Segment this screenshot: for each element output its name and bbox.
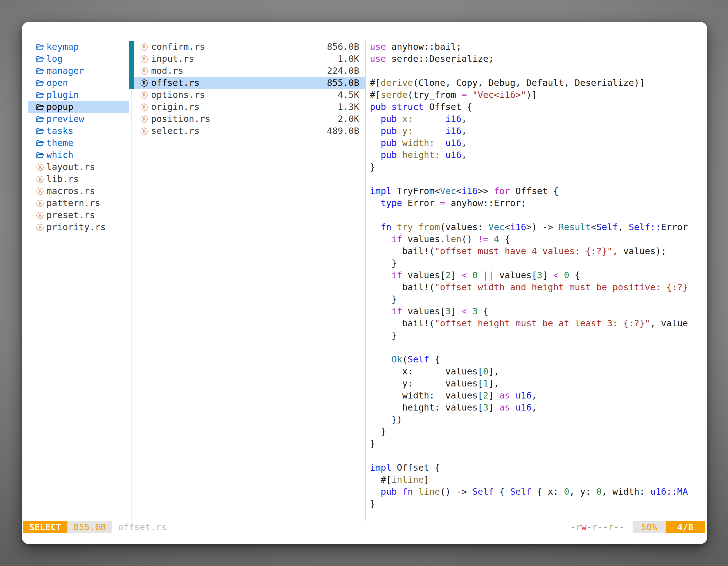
file-row-confirm.rs[interactable]: Rconfirm.rs856.0B bbox=[134, 41, 365, 53]
sidebar-item-tasks[interactable]: tasks bbox=[28, 125, 129, 137]
code-token bbox=[370, 114, 381, 124]
folder-icon bbox=[36, 67, 44, 75]
code-token: Self bbox=[596, 222, 618, 233]
code-line: } bbox=[370, 257, 707, 269]
code-token: } bbox=[370, 162, 375, 172]
sidebar-item-preview[interactable]: preview bbox=[28, 113, 129, 125]
code-token: serde::Deserialize; bbox=[386, 53, 494, 64]
svg-text:R: R bbox=[38, 213, 42, 218]
file-row-origin.rs[interactable]: Rorigin.rs1.3K bbox=[134, 101, 365, 113]
file-row-select.rs[interactable]: Rselect.rs489.0B bbox=[134, 125, 365, 137]
code-token: ( bbox=[402, 354, 408, 365]
filelist-scrollbar[interactable] bbox=[129, 41, 134, 89]
rust-icon: R bbox=[140, 79, 148, 87]
code-token: u16 bbox=[445, 150, 462, 160]
code-line: height: values[3] as u16, bbox=[370, 401, 707, 414]
code-token: < bbox=[505, 222, 510, 233]
code-token: , bbox=[618, 222, 629, 233]
code-token: u16::MA bbox=[650, 486, 688, 497]
code-token: 3 bbox=[445, 306, 451, 316]
code-token: , y: bbox=[569, 486, 596, 497]
code-token bbox=[478, 270, 483, 281]
code-line: pub x: i16, bbox=[370, 113, 707, 125]
rust-icon: R bbox=[140, 103, 148, 111]
permission-token: - bbox=[570, 522, 576, 532]
code-token: >) -> bbox=[526, 222, 559, 233]
svg-text:R: R bbox=[142, 81, 146, 85]
code-line: if values[3] < 3 { bbox=[370, 305, 707, 317]
sidebar-item-plugin[interactable]: plugin bbox=[28, 89, 129, 101]
current-directory-pane: Rconfirm.rs856.0BRinput.rs1.0KRmod.rs224… bbox=[134, 41, 365, 137]
code-line: } bbox=[370, 329, 707, 341]
code-token: values[ bbox=[494, 270, 537, 281]
file-name: mod.rs bbox=[151, 65, 184, 77]
code-token: } bbox=[370, 294, 397, 304]
sidebar-item-theme[interactable]: theme bbox=[28, 137, 129, 149]
code-token: Self bbox=[472, 486, 494, 497]
code-token: }) bbox=[370, 414, 402, 425]
sidebar-item-log[interactable]: log bbox=[28, 53, 129, 65]
file-manager-window: keymaplogmanageropenpluginpopuppreviewta… bbox=[22, 22, 707, 544]
svg-text:R: R bbox=[38, 201, 42, 206]
status-filename: offset.rs bbox=[118, 521, 166, 533]
code-token bbox=[467, 306, 472, 316]
sidebar-item-priority.rs[interactable]: Rpriority.rs bbox=[28, 221, 129, 233]
code-token bbox=[397, 138, 402, 148]
code-token: , bbox=[462, 114, 467, 124]
code-line: bail!("offset must have 4 values: {:?}",… bbox=[370, 245, 707, 257]
sidebar-item-manager[interactable]: manager bbox=[28, 65, 129, 77]
code-token: len bbox=[445, 234, 462, 245]
sidebar-item-lib.rs[interactable]: Rlib.rs bbox=[28, 173, 129, 185]
file-row-position.rs[interactable]: Rposition.rs2.0K bbox=[134, 113, 365, 125]
sidebar-item-preset.rs[interactable]: Rpreset.rs bbox=[28, 209, 129, 221]
code-line bbox=[370, 65, 707, 77]
code-token bbox=[370, 138, 381, 148]
code-token: Offset { bbox=[424, 102, 472, 112]
code-token bbox=[397, 150, 402, 160]
sidebar-item-macros.rs[interactable]: Rmacros.rs bbox=[28, 185, 129, 197]
file-row-options.rs[interactable]: Roptions.rs4.5K bbox=[134, 89, 365, 101]
code-token bbox=[370, 234, 391, 245]
code-token: line bbox=[418, 486, 440, 497]
file-row-offset.rs[interactable]: Roffset.rs855.0B bbox=[134, 77, 365, 89]
code-token: height: bbox=[402, 150, 440, 160]
folder-icon bbox=[36, 79, 44, 87]
code-token: u16 bbox=[515, 402, 532, 413]
sidebar-item-pattern.rs[interactable]: Rpattern.rs bbox=[28, 197, 129, 209]
code-token bbox=[370, 354, 391, 365]
code-token: i16 bbox=[445, 114, 462, 124]
code-token: pub bbox=[381, 150, 397, 160]
code-line: type Error = anyhow::Error; bbox=[370, 197, 707, 209]
folder-icon bbox=[36, 55, 44, 63]
svg-text:R: R bbox=[142, 69, 146, 73]
code-token: Offset { bbox=[391, 462, 440, 473]
code-token: #[ bbox=[370, 90, 381, 100]
file-name: origin.rs bbox=[151, 101, 199, 113]
code-token: u16 bbox=[515, 390, 532, 401]
code-token: Offset { bbox=[510, 186, 558, 196]
code-token: #[ bbox=[370, 474, 391, 485]
sidebar-item-layout.rs[interactable]: Rlayout.rs bbox=[28, 161, 129, 173]
folder-icon bbox=[36, 43, 44, 51]
code-token: 3 bbox=[483, 402, 489, 413]
code-line bbox=[370, 209, 707, 221]
code-line: #[inline] bbox=[370, 474, 707, 486]
code-token: width: bbox=[402, 138, 435, 148]
code-token: 4 bbox=[494, 234, 499, 245]
code-token bbox=[413, 126, 445, 136]
code-line: if values.len() != 4 { bbox=[370, 233, 707, 245]
code-token: { bbox=[494, 486, 510, 497]
code-token: ], bbox=[489, 378, 499, 389]
code-token: bail!( bbox=[370, 318, 435, 328]
code-token bbox=[435, 138, 445, 148]
sidebar-item-popup[interactable]: popup bbox=[28, 101, 129, 113]
sidebar-item-which[interactable]: which bbox=[28, 149, 129, 161]
sidebar-item-open[interactable]: open bbox=[28, 77, 129, 89]
code-line: }) bbox=[370, 414, 707, 426]
file-size: 224.0B bbox=[327, 65, 359, 77]
sidebar-item-keymap[interactable]: keymap bbox=[28, 41, 129, 53]
svg-text:R: R bbox=[142, 129, 146, 133]
file-row-mod.rs[interactable]: Rmod.rs224.0B bbox=[134, 65, 365, 77]
file-row-input.rs[interactable]: Rinput.rs1.0K bbox=[134, 53, 365, 65]
code-token: ] bbox=[424, 474, 429, 485]
